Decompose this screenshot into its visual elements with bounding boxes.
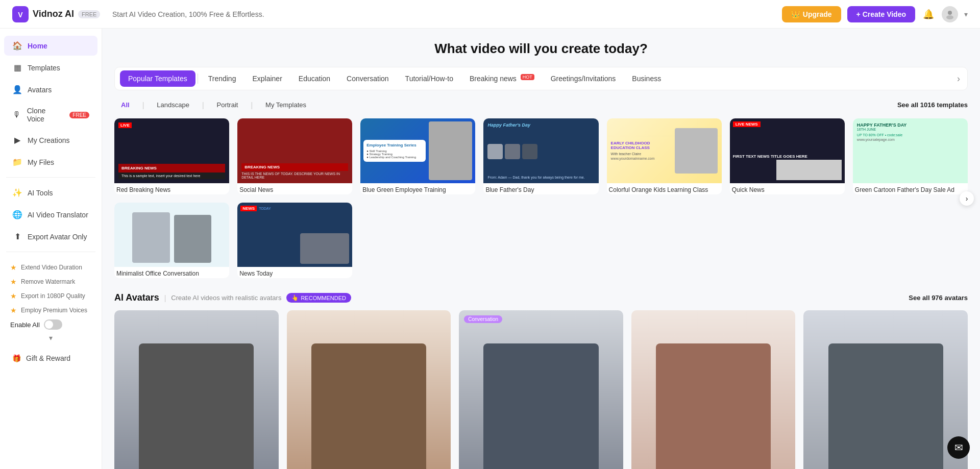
tab-popular-templates[interactable]: Popular Templates bbox=[120, 70, 195, 87]
template-card-social-news[interactable]: BREAKING NEWS THIS IS THE NEWS OF TODAY.… bbox=[237, 118, 352, 194]
avatar-card-3[interactable]: Conversation bbox=[459, 310, 623, 469]
filter-portrait[interactable]: Portrait bbox=[210, 98, 245, 111]
template-card-office-conversation[interactable]: Minimalist Office Conversation bbox=[114, 203, 229, 279]
enable-all-row: Enable All bbox=[6, 317, 95, 332]
section-title-row: AI Avatars | Create AI videos with reali… bbox=[114, 292, 351, 303]
enable-all-toggle[interactable] bbox=[44, 319, 62, 330]
tab-tutorial[interactable]: Tutorial/How-to bbox=[397, 70, 461, 87]
tab-greetings[interactable]: Greetings/Invitations bbox=[543, 70, 624, 87]
social-news-breaking-label: BREAKING NEWS bbox=[241, 163, 348, 171]
upgrade-button[interactable]: 👑 Upgrade bbox=[782, 6, 841, 22]
avatar-card-2[interactable] bbox=[287, 310, 451, 469]
tab-trending[interactable]: Trending bbox=[200, 70, 244, 87]
star-icon-3: ★ bbox=[10, 292, 17, 300]
sidebar-label-ai-tools: AI Tools bbox=[28, 189, 53, 197]
filter-all[interactable]: All bbox=[114, 98, 136, 111]
fathers-day-msg: From: Adam — Dad, thank you for always b… bbox=[487, 176, 594, 179]
filter-left: All | Landscape | Portrait | My Template… bbox=[114, 98, 313, 111]
sidebar-item-gift[interactable]: 🎁 Gift & Reward bbox=[4, 349, 97, 367]
news-today-subtitle: TODAY bbox=[259, 207, 271, 210]
template-label-social-news: Social News bbox=[237, 183, 352, 194]
cartoon-title: HAPPY FATHER'S DAY bbox=[857, 122, 964, 128]
sidebar-item-ai-translator[interactable]: 🌐 AI Video Translator bbox=[4, 205, 97, 225]
premium-section: ★ Extend Video Duration ★ Remove Waterma… bbox=[0, 256, 102, 348]
filter-my-templates[interactable]: My Templates bbox=[259, 98, 313, 111]
office-person1 bbox=[132, 212, 169, 263]
templates-icon: ▦ bbox=[12, 63, 22, 72]
tab-divider bbox=[198, 73, 198, 84]
template-label-quick-news: Quick News bbox=[730, 183, 845, 194]
avatars-section-subtitle: Create AI videos with realistic avatars bbox=[171, 294, 281, 302]
user-dropdown-icon[interactable]: ▾ bbox=[964, 10, 968, 18]
tab-breaking-news[interactable]: Breaking news HOT bbox=[461, 70, 543, 87]
sidebar-label-my-creations: My Creations bbox=[28, 136, 69, 144]
chat-icon[interactable]: ✉ bbox=[947, 436, 970, 459]
template-card-red-breaking-news[interactable]: LIVE BREAKING NEWS This is a sample text… bbox=[114, 118, 229, 194]
breaking-news-desc: This is a sample text, insert your desir… bbox=[118, 172, 225, 179]
ai-tools-icon: ✨ bbox=[12, 188, 22, 198]
tab-explainer[interactable]: Explainer bbox=[244, 70, 290, 87]
kids-title: EARLY CHILDHOOD EDUCATION CLASS bbox=[611, 141, 673, 150]
create-video-button[interactable]: + Create Video bbox=[847, 6, 915, 22]
sidebar-item-home[interactable]: 🏠 Home bbox=[4, 36, 97, 56]
notification-bell-icon[interactable]: 🔔 bbox=[921, 7, 936, 21]
my-creations-icon: ▶ bbox=[12, 135, 22, 145]
tab-conversation[interactable]: Conversation bbox=[338, 70, 397, 87]
template-grid-next-arrow[interactable]: › bbox=[960, 191, 974, 206]
template-card-fathers-cartoon[interactable]: HAPPY FATHER'S DAY 16TH JUNE UP TO 80% O… bbox=[853, 118, 968, 194]
star-icon: ★ bbox=[10, 263, 17, 271]
sidebar-item-export-avatar[interactable]: ⬆ Export Avatar Only bbox=[4, 227, 97, 246]
sidebar-item-my-creations[interactable]: ▶ My Creations bbox=[4, 130, 97, 150]
template-label-fathers-day-blue: Blue Father's Day bbox=[483, 183, 598, 194]
user-avatar[interactable] bbox=[942, 6, 958, 22]
recommended-label: RECOMMENDED bbox=[301, 295, 346, 301]
see-all-avatars[interactable]: See all 976 avatars bbox=[909, 294, 968, 302]
template-grid: LIVE BREAKING NEWS This is a sample text… bbox=[114, 118, 968, 278]
sidebar-label-clone-voice: Clone Voice bbox=[27, 107, 63, 123]
avatar-card-5[interactable] bbox=[803, 310, 968, 469]
kids-url: www.yourdomainname.com bbox=[611, 157, 673, 160]
avatar-card-1[interactable] bbox=[114, 310, 279, 469]
avatar-card-4[interactable] bbox=[631, 310, 796, 469]
conversation-badge: Conversation bbox=[464, 315, 502, 323]
kids-person bbox=[675, 128, 718, 174]
my-files-icon: 📁 bbox=[12, 157, 22, 167]
template-card-quick-news[interactable]: LIVE NEWS FIRST TEXT NEWS TITLE GOES HER… bbox=[730, 118, 845, 194]
avatars-section-title: AI Avatars bbox=[114, 292, 159, 303]
logo: V Vidnoz AI FREE bbox=[12, 6, 104, 22]
logo-text: Vidnoz AI bbox=[33, 9, 74, 19]
avatars-section-header: AI Avatars | Create AI videos with reali… bbox=[114, 292, 968, 303]
gift-icon: 🎁 bbox=[12, 354, 21, 362]
training-title: Employee Training Series bbox=[366, 143, 423, 147]
sidebar-label-home: Home bbox=[28, 42, 47, 50]
ai-translator-icon: 🌐 bbox=[12, 210, 22, 219]
tabs-next-arrow[interactable]: › bbox=[955, 71, 962, 86]
template-card-fathers-day-blue[interactable]: Happy Father's Day From: Adam — Dad, tha… bbox=[483, 118, 598, 194]
sidebar-item-clone-voice[interactable]: 🎙 Clone Voice FREE bbox=[4, 102, 97, 128]
social-news-desc: THIS IS THE NEWS OF TODAY. DESCRIBE YOUR… bbox=[241, 172, 348, 179]
collapse-button[interactable]: ▾ bbox=[6, 332, 95, 344]
filter-row: All | Landscape | Portrait | My Template… bbox=[114, 98, 968, 111]
template-card-kids-learning[interactable]: EARLY CHILDHOOD EDUCATION CLASS With tea… bbox=[607, 118, 722, 194]
office-person2 bbox=[174, 215, 211, 263]
template-card-news-today[interactable]: NEWS TODAY News Today bbox=[237, 203, 352, 279]
create-video-label: + Create Video bbox=[856, 10, 906, 18]
sidebar-item-ai-tools[interactable]: ✨ AI Tools bbox=[4, 183, 97, 203]
sidebar-item-avatars[interactable]: 👤 Avatars bbox=[4, 80, 97, 100]
filter-landscape[interactable]: Landscape bbox=[150, 98, 196, 111]
template-card-employee-training[interactable]: Employee Training Series ● Skill Trainin… bbox=[360, 118, 475, 194]
see-all-templates[interactable]: See all 1016 templates bbox=[897, 101, 968, 109]
tab-business[interactable]: Business bbox=[624, 70, 669, 87]
sidebar-label-export-avatar: Export Avatar Only bbox=[28, 233, 87, 241]
tab-education[interactable]: Education bbox=[290, 70, 338, 87]
header-tagline: Start AI Video Creation, 100% Free & Eff… bbox=[112, 10, 782, 18]
hot-badge: HOT bbox=[521, 74, 534, 80]
header: V Vidnoz AI FREE Start AI Video Creation… bbox=[0, 0, 980, 29]
header-actions: 👑 Upgrade + Create Video 🔔 ▾ bbox=[782, 6, 968, 22]
sidebar-item-templates[interactable]: ▦ Templates bbox=[4, 58, 97, 78]
star-icon-4: ★ bbox=[10, 306, 17, 314]
sidebar-item-my-files[interactable]: 📁 My Files bbox=[4, 152, 97, 172]
fathers-day-title: Happy Father's Day bbox=[487, 122, 594, 128]
logo-icon: V bbox=[12, 6, 29, 22]
photo2 bbox=[505, 144, 520, 159]
